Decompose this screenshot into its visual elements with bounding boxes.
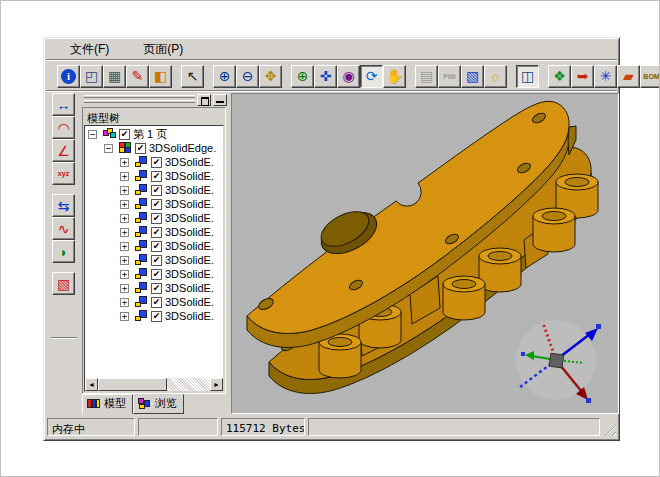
tree-expander[interactable]: + [120,284,129,293]
tree-label[interactable]: 3DSolidE. [165,170,214,182]
tree-expander[interactable]: − [104,144,113,153]
3d-viewport[interactable] [231,93,619,414]
zoom-window-button[interactable]: ⊕ [291,65,314,88]
tree-label[interactable]: 3DSolidE. [165,212,214,224]
panel-restore-button[interactable] [197,94,211,106]
tree-checkbox[interactable]: ✔ [151,213,162,224]
panel-minimize-button[interactable] [213,94,227,106]
tree-checkbox[interactable]: ✔ [151,241,162,252]
tree-checkbox[interactable]: ✔ [151,185,162,196]
tree-label[interactable]: 3DSolidE. [165,282,214,294]
scrollbar-thumb[interactable] [98,378,167,391]
tree-label[interactable]: 3DSolidEdge. [149,142,216,154]
tree-checkbox[interactable]: ✔ [151,255,162,266]
tree-expander[interactable]: + [120,214,129,223]
panel-grip[interactable] [84,94,227,106]
measure-area-button[interactable]: ◗ [52,240,75,263]
select-button[interactable]: ↖ [181,65,204,88]
tree-checkbox[interactable]: ✔ [151,283,162,294]
measure-coordinate-button[interactable]: xyz [52,162,75,185]
zoom-dynamic-button[interactable]: ✜ [314,65,337,88]
erase-part-button[interactable]: ▰ [617,65,640,88]
tree-label[interactable]: 3DSolidE. [165,226,214,238]
zoom-window-icon: ⊕ [297,69,309,83]
tree-row: +✔3DSolidE. [85,197,223,211]
tree-row: +✔3DSolidE. [85,309,223,323]
tree-expander[interactable]: + [120,172,129,181]
options-button[interactable]: ◧ [149,65,172,88]
scrollbar-track[interactable] [98,378,210,391]
print-button[interactable]: ▦ [103,65,126,88]
measure-min-distance-icon: ⇆ [58,199,70,213]
measure-bounding-box-button[interactable]: ▧ [52,272,75,295]
part-icon [135,170,149,182]
tree-expander[interactable]: + [120,256,129,265]
tree-checkbox[interactable]: ✔ [151,227,162,238]
menu-file[interactable]: 文件(F) [66,39,113,60]
tree-checkbox[interactable]: ✔ [151,199,162,210]
tree-expander[interactable]: + [120,270,129,279]
orientation-triad-icon [516,320,601,403]
assembly-button[interactable]: ❖ [548,65,571,88]
tab-model[interactable]: 模型 [82,394,133,414]
measure-angle-button[interactable]: ∠ [52,139,75,162]
tree-label[interactable]: 3DSolidE. [165,156,214,168]
tree-row: +✔3DSolidE. [85,239,223,253]
pan-hand-icon: ✋ [386,69,403,83]
pan-hand-button[interactable]: ✋ [383,65,406,88]
tree-expander[interactable]: + [120,228,129,237]
zoom-out-icon: ⊖ [242,69,254,83]
tree-label[interactable]: 第 1 页 [133,127,167,142]
roller [328,338,352,347]
tree-checkbox[interactable]: ✔ [119,129,130,140]
pan-button[interactable]: ✥ [259,65,282,88]
tree-expander[interactable]: + [120,158,129,167]
3d-model-canvas [232,94,618,413]
tree-expander[interactable]: + [120,186,129,195]
explode-button[interactable]: ✳ [594,65,617,88]
measure-coordinate-icon: xyz [58,170,69,177]
tree-checkbox[interactable]: ✔ [151,269,162,280]
tree-expander[interactable]: + [120,200,129,209]
tree-checkbox[interactable]: ✔ [151,157,162,168]
info-button[interactable]: i [57,65,80,88]
measure-min-distance-button[interactable]: ⇆ [52,194,75,217]
tree-label[interactable]: 3DSolidE. [165,184,214,196]
refresh-button[interactable]: ⟳ [360,65,383,88]
tab-browse[interactable]: 浏览 [133,394,184,414]
scroll-left-button[interactable]: ◄ [85,378,98,391]
tree-label[interactable]: 3DSolidE. [165,310,214,322]
tree-label[interactable]: 3DSolidE. [165,240,214,252]
orbit-button[interactable]: ◉ [337,65,360,88]
preview-button[interactable]: ◰ [80,65,103,88]
menu-page[interactable]: 页面(P) [139,39,187,60]
views-cube-button[interactable]: ▧ [461,65,484,88]
tree-row: −✔第 1 页 [85,127,223,141]
tree-label[interactable]: 3DSolidE. [165,296,214,308]
tree-checkbox[interactable]: ✔ [151,297,162,308]
light-button[interactable]: ☼ [484,65,507,88]
scroll-right-button[interactable]: ► [210,378,223,391]
move-part-button[interactable]: ➥ [571,65,594,88]
measure-radius-button[interactable]: ◠ [52,116,75,139]
tree-expander[interactable]: + [120,298,129,307]
zoom-out-button[interactable]: ⊖ [236,65,259,88]
markup-button[interactable]: ✎ [126,65,149,88]
tree-label[interactable]: 3DSolidE. [165,268,214,280]
notebook-button[interactable]: ◫ [516,65,539,88]
part-icon [135,198,149,210]
measure-distance-button[interactable]: ↔ [52,93,75,116]
tree-expander[interactable]: + [120,312,129,321]
toolbar-group: i◰▦✎◧ [57,65,172,88]
zoom-in-button[interactable]: ⊕ [213,65,236,88]
tree-expander[interactable]: − [88,130,97,139]
tree-checkbox[interactable]: ✔ [151,171,162,182]
tree-label[interactable]: 3DSolidE. [165,254,214,266]
resize-grip[interactable] [603,423,616,436]
measure-curve-button[interactable]: ∿ [52,217,75,240]
tree-checkbox[interactable]: ✔ [135,143,146,154]
tree-checkbox[interactable]: ✔ [151,311,162,322]
bom-button[interactable]: BOM [640,65,660,88]
tree-expander[interactable]: + [120,242,129,251]
tree-label[interactable]: 3DSolidE. [165,198,214,210]
